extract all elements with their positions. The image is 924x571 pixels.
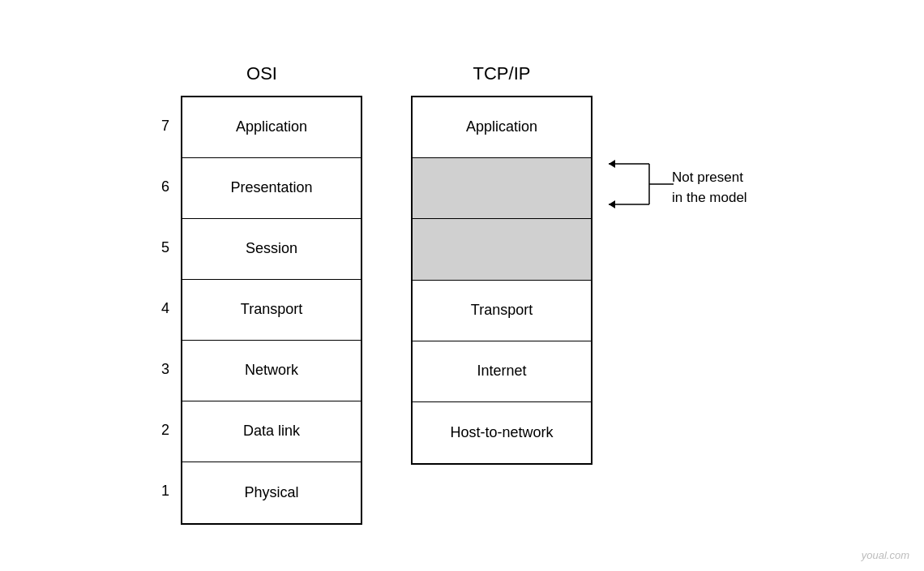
osi-number-2: 2: [161, 400, 174, 461]
osi-layer-network: Network: [182, 341, 361, 401]
osi-layer-session: Session: [182, 219, 361, 280]
osi-number-7: 7: [161, 96, 174, 157]
osi-number-4: 4: [161, 278, 174, 339]
tcpip-section: TCP/IP Application Transport Internet Ho…: [411, 63, 592, 465]
osi-number-5: 5: [161, 217, 174, 278]
osi-section: OSI 7 6 5 4 3 2 1 Application Presentati…: [161, 63, 362, 525]
osi-table: Application Presentation Session Transpo…: [181, 96, 362, 525]
osi-number-6: 6: [161, 157, 174, 217]
osi-wrapper: 7 6 5 4 3 2 1 Application Presentation S…: [161, 96, 362, 525]
osi-layer-application: Application: [182, 97, 361, 158]
annotation-text: Not present in the model: [672, 167, 747, 208]
svg-marker-1: [609, 160, 615, 168]
tcpip-layer-presentation-grey: [413, 158, 591, 219]
tcpip-title: TCP/IP: [473, 63, 531, 84]
osi-layer-datalink: Data link: [182, 401, 361, 462]
tcpip-layer-application: Application: [413, 97, 591, 158]
osi-layer-physical: Physical: [182, 462, 361, 523]
tcpip-layer-transport: Transport: [413, 281, 591, 341]
tcpip-table: Application Transport Internet Host-to-n…: [411, 96, 592, 465]
tcpip-not-present-area: [413, 158, 591, 281]
diagram-container: OSI 7 6 5 4 3 2 1 Application Presentati…: [161, 63, 763, 525]
svg-marker-3: [609, 200, 615, 208]
osi-layer-presentation: Presentation: [182, 158, 361, 219]
osi-layer-numbers: 7 6 5 4 3 2 1: [161, 96, 174, 525]
osi-layer-transport: Transport: [182, 280, 361, 341]
annotation-line2: in the model: [672, 190, 747, 205]
tcpip-layer-internet: Internet: [413, 341, 591, 402]
osi-number-3: 3: [161, 339, 174, 400]
osi-number-1: 1: [161, 461, 174, 522]
watermark: youal.com: [862, 549, 909, 561]
tcpip-layer-session-grey: [413, 219, 591, 280]
annotation-section: Not present in the model: [601, 109, 763, 274]
tcpip-layer-host: Host-to-network: [413, 402, 591, 463]
osi-title: OSI: [246, 63, 277, 84]
annotation-line1: Not present: [672, 170, 743, 185]
